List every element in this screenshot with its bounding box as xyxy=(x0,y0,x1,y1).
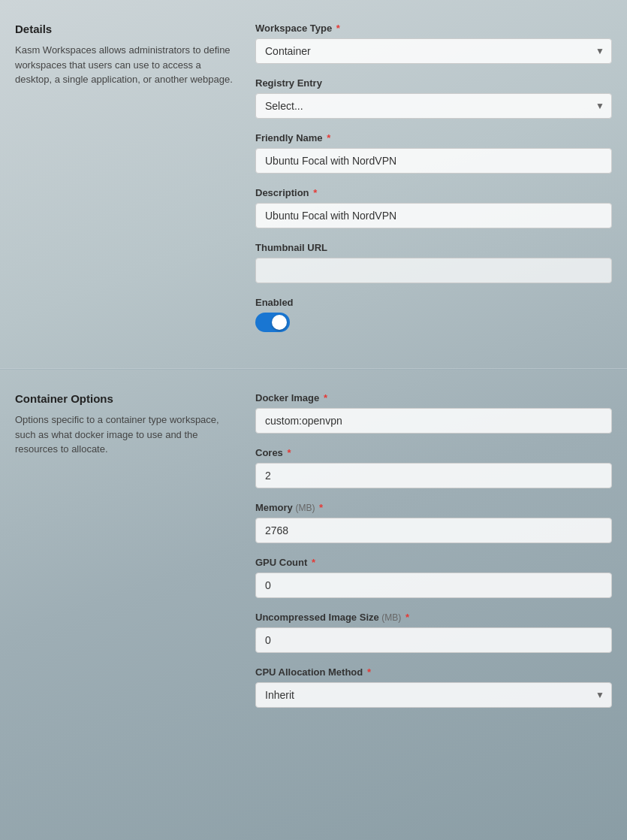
docker-image-group: Docker Image * xyxy=(255,392,612,434)
gpu-count-input[interactable] xyxy=(255,573,612,598)
details-left: Details Kasm Workspaces allows administr… xyxy=(15,23,255,346)
memory-group: Memory (MB) * xyxy=(255,502,612,543)
enabled-label: Enabled xyxy=(255,297,612,308)
uncompressed-image-size-label: Uncompressed Image Size (MB) * xyxy=(255,612,612,623)
cpu-allocation-method-select-wrapper: Inherit Quota Shares ▼ xyxy=(255,682,612,708)
container-options-left: Container Options Options specific to a … xyxy=(15,392,255,721)
container-options-section: Container Options Options specific to a … xyxy=(0,370,627,744)
workspace-type-group: Workspace Type * Container App URL ▼ xyxy=(255,23,612,64)
description-input[interactable] xyxy=(255,203,612,228)
enabled-group: Enabled xyxy=(255,297,612,332)
registry-entry-group: Registry Entry Select... ▼ xyxy=(255,77,612,119)
thumbnail-url-label: Thumbnail URL xyxy=(255,242,612,253)
description-group: Description * xyxy=(255,187,612,228)
thumbnail-url-group: Thumbnail URL xyxy=(255,242,612,283)
thumbnail-url-input[interactable] xyxy=(255,258,612,283)
uncompressed-image-size-input[interactable] xyxy=(255,627,612,653)
workspace-type-select-wrapper: Container App URL ▼ xyxy=(255,38,612,64)
enabled-toggle-container xyxy=(255,313,612,332)
container-options-description: Options specific to a container type wor… xyxy=(15,412,233,457)
toggle-slider xyxy=(255,313,290,332)
cpu-allocation-method-group: CPU Allocation Method * Inherit Quota Sh… xyxy=(255,666,612,708)
description-label: Description * xyxy=(255,187,612,198)
container-options-title: Container Options xyxy=(15,392,233,405)
cores-group: Cores * xyxy=(255,447,612,488)
registry-entry-select-wrapper: Select... ▼ xyxy=(255,93,612,119)
memory-label: Memory (MB) * xyxy=(255,502,612,513)
enabled-toggle[interactable] xyxy=(255,313,290,332)
details-form: Workspace Type * Container App URL ▼ Reg… xyxy=(255,23,612,346)
details-title: Details xyxy=(15,23,233,35)
container-options-form: Docker Image * Cores * Memory (MB) * xyxy=(255,392,612,721)
workspace-type-label: Workspace Type * xyxy=(255,23,612,34)
workspace-type-select[interactable]: Container App URL xyxy=(255,38,612,64)
registry-entry-select[interactable]: Select... xyxy=(255,93,612,119)
friendly-name-label: Friendly Name * xyxy=(255,132,612,144)
details-description: Kasm Workspaces allows administrators to… xyxy=(15,43,233,87)
docker-image-input[interactable] xyxy=(255,408,612,434)
friendly-name-input[interactable] xyxy=(255,148,612,174)
gpu-count-label: GPU Count * xyxy=(255,557,612,568)
cores-input[interactable] xyxy=(255,463,612,488)
cpu-allocation-method-label: CPU Allocation Method * xyxy=(255,666,612,678)
registry-entry-label: Registry Entry xyxy=(255,77,612,89)
friendly-name-group: Friendly Name * xyxy=(255,132,612,174)
docker-image-label: Docker Image * xyxy=(255,392,612,403)
memory-input[interactable] xyxy=(255,518,612,543)
uncompressed-image-size-group: Uncompressed Image Size (MB) * xyxy=(255,612,612,653)
cores-label: Cores * xyxy=(255,447,612,458)
gpu-count-group: GPU Count * xyxy=(255,557,612,598)
details-section: Details Kasm Workspaces allows administr… xyxy=(0,0,627,369)
cpu-allocation-method-select[interactable]: Inherit Quota Shares xyxy=(255,682,612,708)
